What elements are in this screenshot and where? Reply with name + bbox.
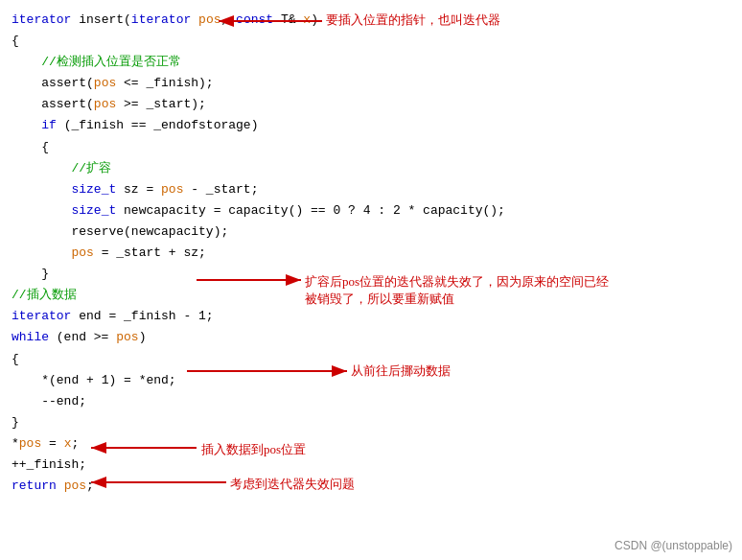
annotation-a2: 扩容后pos位置的迭代器就失效了，因为原来的空间已经 [305, 273, 609, 291]
annotation-a2b: 被销毁了，所以要重新赋值 [305, 291, 454, 308]
code-line-l10: size_t newcapacity = capacity() == 0 ? 4… [12, 200, 730, 222]
code-line-l19: --end; [12, 391, 730, 412]
code-line-l5: assert(pos >= _start); [12, 94, 730, 115]
annotation-a1: 要插入位置的指针，也叫迭代器 [326, 12, 500, 29]
watermark: CSDN @(unstoppable) [614, 539, 732, 552]
code-line-l9: size_t sz = pos - _start; [12, 179, 730, 200]
code-line-l22: ++_finish; [12, 455, 730, 476]
annotation-a3: 从前往后挪动数据 [351, 362, 451, 380]
code-line-l7: { [12, 137, 730, 158]
code-line-l6: if (_finish == _endofstorage) [12, 115, 730, 136]
code-line-l8: //扩容 [12, 158, 730, 179]
code-line-l20: } [12, 412, 730, 433]
code-line-l3: //检测插入位置是否正常 [12, 52, 730, 73]
code-line-l15: iterator end = _finish - 1; [12, 306, 730, 327]
annotation-a4: 插入数据到pos位置 [201, 441, 306, 458]
code-line-l23: return pos; [12, 476, 730, 497]
code-line-l4: assert(pos <= _finish); [12, 73, 730, 94]
code-line-l12: pos = _start + sz; [12, 243, 730, 264]
code-line-l16: while (end >= pos) [12, 327, 730, 348]
code-line-l2: { [12, 31, 730, 52]
annotation-a5: 考虑到迭代器失效问题 [230, 476, 355, 493]
code-line-l21: *pos = x; [12, 433, 730, 455]
code-line-l11: reserve(newcapacity); [12, 222, 730, 243]
